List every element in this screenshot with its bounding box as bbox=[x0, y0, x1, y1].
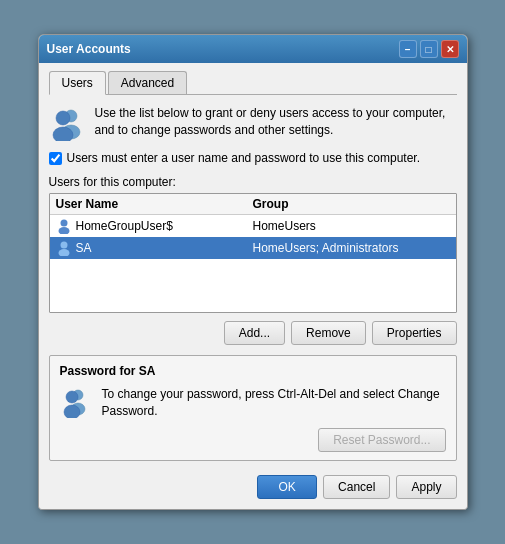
cancel-button[interactable]: Cancel bbox=[323, 475, 390, 499]
table-row[interactable]: SA HomeUsers; Administrators bbox=[50, 237, 456, 259]
svg-point-11 bbox=[64, 405, 80, 418]
password-text: To change your password, press Ctrl-Alt-… bbox=[102, 387, 440, 418]
svg-point-6 bbox=[60, 242, 67, 249]
row1-group: HomeUsers bbox=[253, 219, 450, 233]
tab-bar: Users Advanced bbox=[49, 71, 457, 95]
svg-point-5 bbox=[58, 227, 69, 234]
table-row[interactable]: HomeGroupUser$ HomeUsers bbox=[50, 215, 456, 237]
apply-button[interactable]: Apply bbox=[396, 475, 456, 499]
password-content: To change your password, press Ctrl-Alt-… bbox=[60, 386, 446, 452]
password-btn-row: Reset Password... bbox=[102, 428, 446, 452]
svg-point-4 bbox=[60, 220, 67, 227]
users-icon bbox=[49, 105, 85, 141]
users-table-header: User Name Group bbox=[50, 194, 456, 215]
maximize-button[interactable]: □ bbox=[420, 40, 438, 58]
row2-group: HomeUsers; Administrators bbox=[253, 241, 450, 255]
must-login-checkbox[interactable] bbox=[49, 152, 62, 165]
window-content: Users Advanced Use the list below to gra… bbox=[39, 63, 467, 509]
tab-advanced[interactable]: Advanced bbox=[108, 71, 187, 94]
users-section-label: Users for this computer: bbox=[49, 175, 457, 189]
row1-name: HomeGroupUser$ bbox=[56, 218, 253, 234]
description-area: Use the list below to grant or deny user… bbox=[49, 105, 457, 141]
svg-point-3 bbox=[53, 127, 73, 141]
ok-button[interactable]: OK bbox=[257, 475, 317, 499]
users-table: User Name Group HomeGroupUser$ HomeUsers bbox=[49, 193, 457, 313]
svg-point-2 bbox=[56, 111, 70, 125]
close-button[interactable]: ✕ bbox=[441, 40, 459, 58]
add-button[interactable]: Add... bbox=[224, 321, 285, 345]
user-accounts-window: User Accounts – □ ✕ Users Advanced bbox=[38, 34, 468, 510]
col-header-group: Group bbox=[253, 197, 450, 211]
svg-point-10 bbox=[66, 391, 78, 403]
checkbox-row: Users must enter a user name and passwor… bbox=[49, 151, 457, 165]
tab-users[interactable]: Users bbox=[49, 71, 106, 95]
title-bar: User Accounts – □ ✕ bbox=[39, 35, 467, 63]
password-user-icon bbox=[60, 386, 92, 421]
row2-name: SA bbox=[56, 240, 253, 256]
row2-user-icon bbox=[56, 240, 72, 256]
row1-user-icon bbox=[56, 218, 72, 234]
reset-password-button[interactable]: Reset Password... bbox=[318, 428, 445, 452]
password-section: Password for SA To change your password,… bbox=[49, 355, 457, 461]
table-buttons-row: Add... Remove Properties bbox=[49, 321, 457, 345]
window-title: User Accounts bbox=[47, 42, 131, 56]
password-section-title: Password for SA bbox=[60, 364, 446, 378]
must-login-label: Users must enter a user name and passwor… bbox=[67, 151, 421, 165]
remove-button[interactable]: Remove bbox=[291, 321, 366, 345]
minimize-button[interactable]: – bbox=[399, 40, 417, 58]
bottom-buttons: OK Cancel Apply bbox=[49, 471, 457, 499]
svg-point-7 bbox=[58, 249, 69, 256]
password-right: To change your password, press Ctrl-Alt-… bbox=[102, 386, 446, 452]
col-header-username: User Name bbox=[56, 197, 253, 211]
description-text: Use the list below to grant or deny user… bbox=[95, 105, 457, 139]
properties-button[interactable]: Properties bbox=[372, 321, 457, 345]
window-controls: – □ ✕ bbox=[399, 40, 459, 58]
